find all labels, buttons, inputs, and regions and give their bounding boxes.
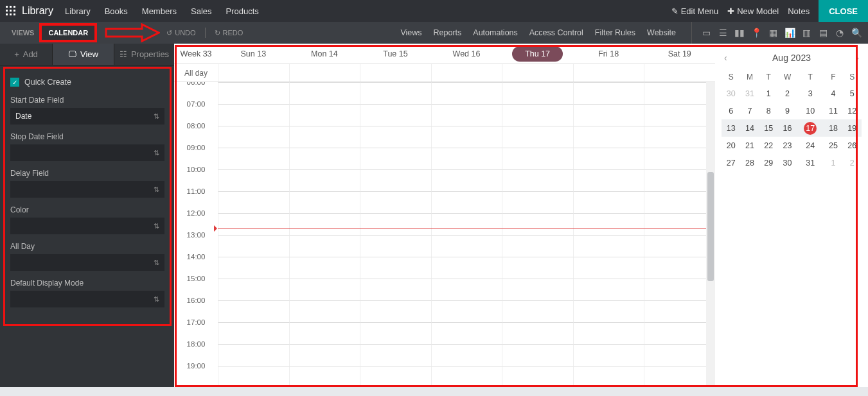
mini-cal-day[interactable]: 28	[740, 154, 759, 171]
time-slot[interactable]	[360, 213, 431, 235]
time-slot[interactable]	[573, 169, 644, 191]
day-header-sat[interactable]: Sat 19	[644, 49, 715, 58]
search-icon[interactable]: 🔍	[851, 28, 862, 38]
time-slot[interactable]	[360, 235, 431, 257]
time-slot[interactable]	[289, 82, 360, 104]
time-slot[interactable]	[218, 104, 289, 126]
close-button[interactable]: CLOSE	[819, 0, 868, 22]
day-header-sun[interactable]: Sun 13	[218, 49, 289, 58]
mini-cal-day[interactable]: 30	[722, 85, 740, 102]
time-slot[interactable]	[431, 169, 502, 191]
time-slot[interactable]	[431, 322, 502, 344]
activity-view-icon[interactable]: ▤	[818, 28, 828, 38]
time-slot[interactable]	[573, 300, 644, 322]
tab-properties[interactable]: ☷Properties	[114, 44, 174, 65]
time-slot[interactable]	[644, 169, 715, 191]
pivot-view-icon[interactable]: ▥	[801, 28, 811, 38]
time-slot[interactable]	[289, 366, 360, 387]
time-slot[interactable]	[431, 148, 502, 169]
time-slot[interactable]	[218, 169, 289, 191]
time-slot[interactable]	[218, 344, 289, 366]
time-slot[interactable]	[289, 279, 360, 300]
time-slot[interactable]	[502, 279, 573, 300]
sublink-reports[interactable]: Reports	[434, 28, 462, 37]
list-view-icon[interactable]: ☰	[718, 28, 728, 38]
scrollbar-thumb[interactable]	[707, 172, 714, 281]
time-slot[interactable]	[573, 213, 644, 235]
time-slot[interactable]	[289, 344, 360, 366]
allday-cell[interactable]	[644, 64, 715, 82]
nav-library[interactable]: Library	[65, 6, 91, 16]
time-grid[interactable]: 06:0007:0008:0009:0010:0011:0012:0013:00…	[174, 82, 715, 387]
mini-cal-day[interactable]: 9	[778, 102, 797, 119]
mini-cal-day[interactable]: 20	[722, 137, 740, 154]
time-slot[interactable]	[218, 126, 289, 148]
redo-button[interactable]: ↻REDO	[215, 29, 244, 37]
time-slot[interactable]	[502, 148, 573, 169]
time-slot[interactable]	[644, 257, 715, 279]
time-slot[interactable]	[289, 235, 360, 257]
mini-cal-day[interactable]: 4	[824, 85, 842, 102]
mini-cal-day[interactable]: 11	[824, 102, 842, 119]
quick-create-checkbox[interactable]: ✓ Quick Create	[10, 78, 164, 87]
time-slot[interactable]	[502, 126, 573, 148]
time-slot[interactable]	[431, 344, 502, 366]
time-slot[interactable]	[644, 300, 715, 322]
allday-cell[interactable]	[360, 64, 431, 82]
time-slot[interactable]	[360, 300, 431, 322]
time-slot[interactable]	[502, 104, 573, 126]
time-slot[interactable]	[502, 235, 573, 257]
allday-cell[interactable]	[289, 64, 360, 82]
allday-cell[interactable]	[573, 64, 644, 82]
kanban-view-icon[interactable]: ▮▮	[734, 28, 745, 38]
time-slot[interactable]	[289, 148, 360, 169]
mini-cal-day[interactable]: 21	[740, 137, 759, 154]
mini-cal-day[interactable]: 18	[824, 119, 842, 137]
prev-month-button[interactable]: ‹	[722, 50, 730, 65]
mini-cal-day[interactable]: 23	[778, 137, 797, 154]
day-header-thu[interactable]: Thu 17	[502, 46, 573, 62]
nav-sales[interactable]: Sales	[191, 6, 212, 16]
notes-link[interactable]: Notes	[788, 6, 810, 16]
time-slot[interactable]	[431, 300, 502, 322]
mini-cal-day[interactable]: 26	[843, 137, 862, 154]
time-slot[interactable]	[431, 213, 502, 235]
day-header-mon[interactable]: Mon 14	[289, 49, 360, 58]
time-slot[interactable]	[431, 257, 502, 279]
time-slot[interactable]	[360, 257, 431, 279]
time-slot[interactable]	[644, 235, 715, 257]
allday-cell[interactable]	[431, 64, 502, 82]
time-slot[interactable]	[644, 322, 715, 344]
cohort-view-icon[interactable]: ◔	[835, 28, 845, 38]
start-date-select[interactable]: Date⇅	[10, 108, 164, 125]
time-slot[interactable]	[218, 82, 289, 104]
time-slot[interactable]	[644, 126, 715, 148]
allday-cell[interactable]	[502, 64, 573, 82]
time-slot[interactable]	[289, 169, 360, 191]
time-slot[interactable]	[644, 148, 715, 169]
sublink-views[interactable]: Views	[400, 28, 421, 37]
time-slot[interactable]	[289, 322, 360, 344]
time-slot[interactable]	[431, 126, 502, 148]
time-slot[interactable]	[218, 148, 289, 169]
mini-cal-day[interactable]: 13	[722, 119, 740, 137]
stop-date-select[interactable]: ⇅	[10, 144, 164, 161]
mini-cal-day[interactable]: 5	[843, 85, 862, 102]
mini-cal-day[interactable]: 22	[759, 137, 778, 154]
allday-cell[interactable]	[218, 64, 289, 82]
mini-cal-day[interactable]: 1	[759, 85, 778, 102]
mini-cal-day[interactable]: 3	[797, 85, 824, 102]
time-slot[interactable]	[360, 279, 431, 300]
time-slot[interactable]	[502, 213, 573, 235]
time-slot[interactable]	[218, 366, 289, 387]
time-slot[interactable]	[573, 366, 644, 387]
time-slot[interactable]	[502, 257, 573, 279]
time-slot[interactable]	[502, 366, 573, 387]
day-header-fri[interactable]: Fri 18	[573, 49, 644, 58]
time-slot[interactable]	[218, 191, 289, 213]
time-slot[interactable]	[644, 279, 715, 300]
time-slot[interactable]	[360, 104, 431, 126]
mini-cal-day[interactable]: 31	[797, 154, 824, 171]
mini-cal-day[interactable]: 27	[722, 154, 740, 171]
time-slot[interactable]	[573, 235, 644, 257]
